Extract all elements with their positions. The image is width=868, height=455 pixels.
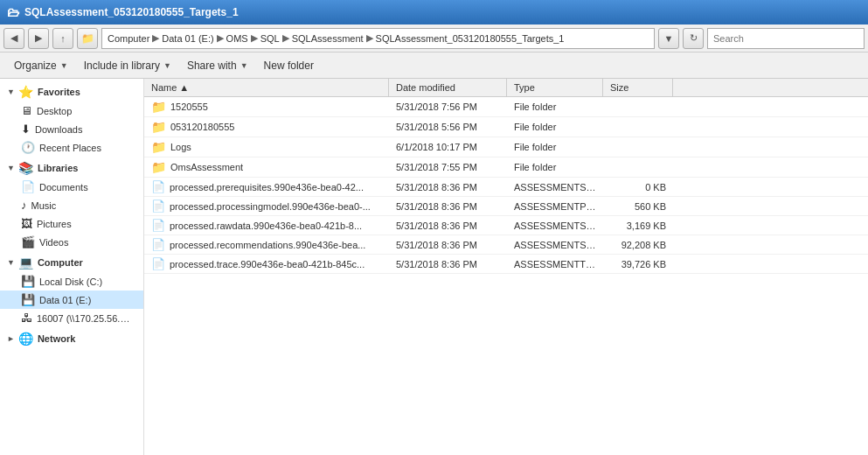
refresh-btn[interactable]: ↻ (683, 28, 704, 49)
e-drive-label: Data 01 (E:) (39, 295, 91, 305)
back-btn[interactable]: ◀ (3, 28, 24, 49)
sidebar-item-downloads[interactable]: ⬇ Downloads (0, 120, 143, 138)
table-row[interactable]: 📄 processed.trace.990e436e-bea0-421b-845… (144, 255, 868, 274)
computer-expand-icon: ▼ (7, 258, 15, 267)
sidebar-section-network: ► 🌐 Network (0, 329, 143, 348)
organize-label: Organize (14, 60, 57, 72)
address-bar[interactable]: Computer ▶ Data 01 (E:) ▶ OMS ▶ SQL ▶ SQ… (101, 28, 655, 49)
documents-icon: 📄 (21, 180, 35, 193)
libraries-expand-icon: ▼ (7, 164, 15, 172)
table-row[interactable]: 📄 processed.recommendations.990e436e-bea… (144, 235, 868, 255)
file-icon: 📄 (151, 219, 165, 232)
recent-places-icon: 🕐 (21, 141, 35, 154)
sidebar-item-network-drive[interactable]: 🖧 16007 (\\170.25.56.2... (0, 309, 143, 327)
sidebar-libraries-header[interactable]: ▼ 📚 Libraries (0, 158, 143, 178)
network-expand-icon: ► (7, 334, 15, 343)
libraries-label: Libraries (38, 163, 78, 173)
file-type-cell: File folder (507, 159, 603, 175)
file-list-header: Name ▲ Date modified Type Size (144, 79, 868, 97)
organize-btn[interactable]: Organize ▼ (7, 54, 75, 77)
libraries-icon: 📚 (18, 161, 33, 175)
file-date-cell: 5/31/2018 7:56 PM (389, 99, 507, 115)
address-dropdown-btn[interactable]: ▼ (658, 28, 679, 49)
crumb-data01: Data 01 (E:) (162, 33, 213, 44)
file-name-cell: 📁 OmsAssessment (144, 158, 389, 177)
include-library-label: Include in library (84, 60, 160, 72)
table-row[interactable]: 📁 Logs 6/1/2018 10:17 PM File folder (144, 137, 868, 158)
sidebar-section-favorites: ▼ ⭐ Favorites 🖥 Desktop ⬇ Downloads 🕐 Re… (0, 82, 143, 157)
col-date-header[interactable]: Date modified (389, 79, 507, 96)
file-icon: 📄 (151, 238, 165, 251)
sidebar-network-header[interactable]: ► 🌐 Network (0, 329, 143, 348)
forward-btn[interactable]: ▶ (28, 28, 49, 49)
action-bar: Organize ▼ Include in library ▼ Share wi… (0, 52, 868, 79)
crumb-sqlassessment: SQLAssessment (292, 33, 364, 44)
sidebar-item-desktop[interactable]: 🖥 Desktop (0, 102, 143, 120)
file-size-cell (603, 124, 673, 130)
computer-icon: 💻 (18, 256, 33, 270)
file-date-cell: 5/31/2018 8:36 PM (389, 256, 507, 272)
file-type-cell: ASSESSMENTTRAC... (507, 256, 603, 272)
sidebar-item-documents[interactable]: 📄 Documents (0, 178, 143, 196)
file-type-cell: ASSESSMENTPM File (507, 199, 603, 214)
table-row[interactable]: 📁 OmsAssessment 5/31/2018 7:55 PM File f… (144, 158, 868, 178)
organize-arrow-icon: ▼ (60, 61, 68, 70)
desktop-label: Desktop (37, 106, 72, 116)
col-name-header[interactable]: Name ▲ (144, 79, 389, 96)
file-name: 1520555 (170, 102, 208, 112)
table-row[interactable]: 📁 053120180555 5/31/2018 5:56 PM File fo… (144, 117, 868, 137)
table-row[interactable]: 📄 processed.processingmodel.990e436e-bea… (144, 197, 868, 216)
sidebar: ▼ ⭐ Favorites 🖥 Desktop ⬇ Downloads 🕐 Re… (0, 79, 144, 455)
file-type-cell: ASSESSMENTSQLRE... (507, 179, 603, 195)
new-folder-btn[interactable]: New folder (257, 54, 321, 77)
file-name: processed.recommendations.990e436e-bea..… (170, 240, 365, 250)
table-row[interactable]: 📁 1520555 5/31/2018 7:56 PM File folder (144, 97, 868, 117)
sidebar-item-recent-places[interactable]: 🕐 Recent Places (0, 138, 143, 157)
documents-label: Documents (39, 182, 88, 192)
sidebar-item-videos[interactable]: 🎬 Videos (0, 233, 143, 251)
file-type-cell: File folder (507, 139, 603, 155)
pictures-label: Pictures (37, 219, 72, 229)
folder-icon: 📁 (151, 160, 166, 174)
table-row[interactable]: 📄 processed.prerequisites.990e436e-bea0-… (144, 178, 868, 197)
file-size-cell: 560 KB (603, 199, 673, 214)
up-btn[interactable]: ↑ (52, 28, 73, 49)
title-bar: 🗁 SQLAssessment_053120180555_Targets_1 (0, 0, 868, 24)
sidebar-item-e-drive[interactable]: 💾 Data 01 (E:) (0, 290, 143, 309)
c-drive-label: Local Disk (C:) (39, 276, 102, 287)
sidebar-item-pictures[interactable]: 🖼 Pictures (0, 214, 143, 233)
file-size-cell: 3,169 KB (603, 218, 673, 234)
file-type-cell: File folder (507, 99, 603, 115)
file-date-cell: 5/31/2018 7:55 PM (389, 159, 507, 175)
network-label: Network (38, 333, 75, 344)
sidebar-favorites-header[interactable]: ▼ ⭐ Favorites (0, 82, 143, 102)
search-input[interactable] (713, 33, 858, 44)
include-library-btn[interactable]: Include in library ▼ (77, 54, 178, 77)
e-drive-icon: 💾 (21, 293, 35, 306)
file-name-cell: 📄 processed.recommendations.990e436e-bea… (144, 235, 389, 254)
file-size-cell (603, 144, 673, 150)
music-label: Music (31, 200, 57, 211)
downloads-label: Downloads (35, 124, 82, 135)
col-size-header[interactable]: Size (603, 79, 673, 96)
sidebar-item-music[interactable]: ♪ Music (0, 196, 143, 214)
file-size-cell (603, 164, 673, 170)
share-with-btn[interactable]: Share with ▼ (180, 54, 255, 77)
table-row[interactable]: 📄 processed.rawdata.990e436e-bea0-421b-8… (144, 216, 868, 235)
search-box[interactable] (707, 28, 865, 49)
sidebar-computer-header[interactable]: ▼ 💻 Computer (0, 253, 143, 272)
file-type-cell: ASSESSMENTSQLRE... (507, 237, 603, 253)
file-date-cell: 6/1/2018 10:17 PM (389, 139, 507, 155)
desktop-icon: 🖥 (21, 104, 32, 117)
file-size-cell: 92,208 KB (603, 237, 673, 253)
file-name-cell: 📁 1520555 (144, 97, 389, 116)
title-bar-text: SQLAssessment_053120180555_Targets_1 (24, 6, 239, 18)
file-name-cell: 📄 processed.trace.990e436e-bea0-421b-845… (144, 255, 389, 273)
network-icon: 🌐 (18, 332, 33, 346)
videos-icon: 🎬 (21, 235, 35, 248)
file-icon: 📄 (151, 257, 165, 270)
file-type-cell: ASSESSMENTSQLR... (507, 218, 603, 234)
col-type-header[interactable]: Type (507, 79, 603, 96)
sidebar-item-c-drive[interactable]: 💾 Local Disk (C:) (0, 272, 143, 290)
crumb-sql: SQL (260, 33, 280, 44)
